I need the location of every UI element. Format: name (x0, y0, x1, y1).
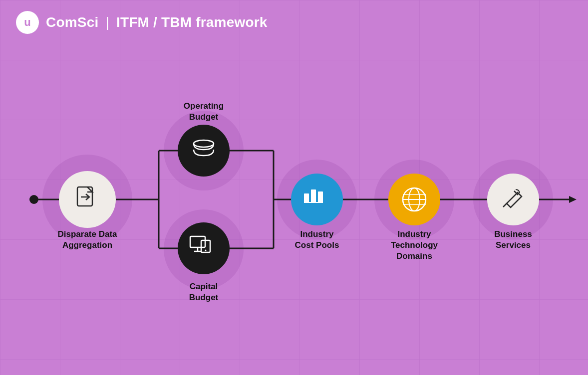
svg-point-8 (205, 250, 207, 251)
svg-rect-10 (311, 189, 316, 202)
svg-rect-11 (318, 191, 323, 202)
label-operating-budget: Operating (184, 101, 224, 111)
label-capital-budget: Capital (190, 282, 218, 291)
node-operating-budget-circle (178, 125, 230, 177)
node-capital-budget-circle (178, 222, 230, 274)
arrow-head (569, 196, 577, 203)
svg-rect-9 (304, 193, 309, 202)
header: u ComSci | ITFM / TBM framework (0, 0, 588, 45)
label-cost-pools: Industry (300, 229, 334, 239)
node-business-services-circle (487, 174, 539, 225)
label-data-aggregation: Disparate Data (57, 229, 117, 239)
header-title: ComSci | ITFM / TBM framework (46, 14, 268, 30)
logo: u (16, 11, 39, 34)
label-business-services-2: Services (496, 240, 531, 250)
label-capital-budget-2: Budget (189, 293, 219, 302)
label-cost-pools-2: Cost Pools (295, 240, 339, 250)
label-operating-budget-2: Budget (189, 112, 219, 122)
page-wrapper: u ComSci | ITFM / TBM framework (0, 0, 588, 375)
label-tech-domains: Industry (397, 229, 431, 239)
label-business-services: Business (494, 229, 532, 239)
start-dot (29, 195, 38, 204)
label-tech-domains-2: Technology (391, 240, 438, 250)
logo-text: u (24, 16, 30, 29)
node-cost-pools-circle (291, 174, 343, 225)
flow-diagram: Disparate Data Aggregation Operating Bud… (0, 0, 588, 375)
label-data-aggregation-2: Aggregation (62, 240, 112, 250)
label-tech-domains-3: Domains (396, 251, 432, 261)
